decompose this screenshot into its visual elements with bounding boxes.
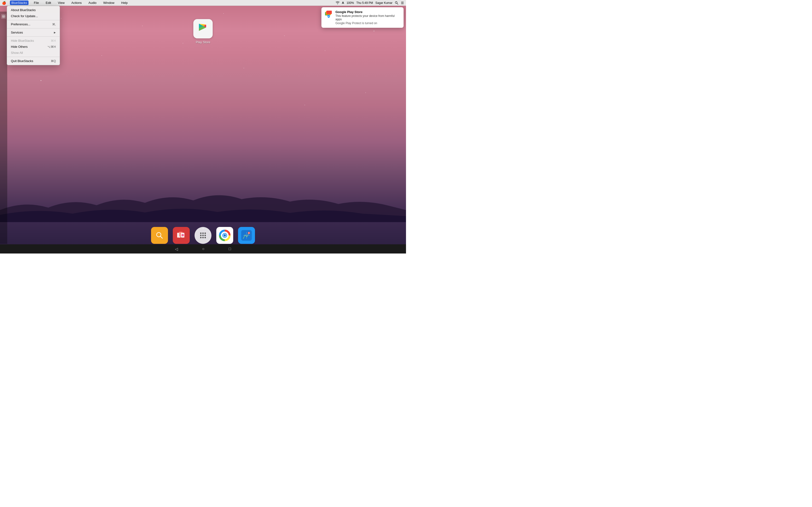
- svg-line-1: [397, 3, 398, 4]
- svg-rect-38: [326, 11, 332, 14]
- home-button[interactable]: ○: [202, 247, 204, 251]
- recents-button[interactable]: □: [229, 247, 231, 251]
- actions-menu[interactable]: Actions: [70, 0, 83, 5]
- dock-photos-icon[interactable]: [173, 227, 190, 244]
- view-menu[interactable]: View: [56, 0, 66, 5]
- file-menu[interactable]: File: [33, 0, 40, 5]
- quit-bluestacks[interactable]: Quit BlueStacks ⌘Q: [7, 58, 60, 64]
- play-store-logo: [197, 23, 209, 35]
- show-all: Show All: [7, 50, 60, 56]
- google-play-notification[interactable]: Google Play Store This feature protects …: [321, 7, 404, 28]
- username: Sagar Kumar: [375, 1, 393, 5]
- android-screen: Play Store ⌃: [0, 6, 406, 253]
- play-store-icon-box: [193, 19, 213, 38]
- menubar: 🍎 BlueStacks File Edit View Actions Audi…: [0, 0, 406, 6]
- mountain-silhouette: [0, 186, 406, 222]
- dock: [151, 227, 255, 244]
- a-icon: A: [342, 1, 344, 5]
- edit-menu[interactable]: Edit: [44, 0, 52, 5]
- preferences[interactable]: Preferences... ⌘,: [7, 21, 60, 27]
- svg-point-32: [248, 232, 249, 233]
- menu-sep-4: [7, 57, 60, 57]
- battery-indicator: 100%: [347, 1, 354, 5]
- bluestacks-menu[interactable]: BlueStacks: [10, 0, 29, 5]
- notification-sub: Google Play Protect is turned on: [336, 21, 401, 25]
- notification-body: This feature protects your device from h…: [336, 14, 401, 21]
- svg-point-29: [223, 234, 226, 237]
- svg-point-24: [202, 237, 204, 238]
- back-button[interactable]: ◁: [175, 247, 178, 251]
- dock-chrome-icon[interactable]: [216, 227, 233, 244]
- svg-point-20: [200, 235, 202, 236]
- svg-marker-6: [3, 16, 5, 17]
- datetime: Thu 5:49 PM: [356, 1, 373, 5]
- window-menu[interactable]: Window: [102, 0, 116, 5]
- left-sidebar: [0, 12, 7, 244]
- bluestacks-dropdown: About BlueStacks Check for Update... Pre…: [7, 6, 60, 65]
- audio-menu[interactable]: Audio: [87, 0, 98, 5]
- search-icon[interactable]: [395, 1, 398, 5]
- check-for-update[interactable]: Check for Update...: [7, 13, 60, 19]
- play-store-label: Play Store: [196, 40, 210, 44]
- hide-others[interactable]: Hide Others ⌥⌘H: [7, 44, 60, 50]
- services[interactable]: Services ▶: [7, 30, 60, 36]
- left-icon-1[interactable]: [1, 14, 6, 19]
- about-bluestacks[interactable]: About BlueStacks: [7, 7, 60, 13]
- play-store-app[interactable]: Play Store: [193, 19, 213, 44]
- svg-point-17: [200, 232, 202, 234]
- navigation-bar: ◁ ○ □: [0, 244, 406, 253]
- svg-point-25: [204, 237, 206, 238]
- menubar-left: 🍎 BlueStacks File Edit View Actions Audi…: [2, 0, 129, 5]
- svg-point-0: [395, 1, 397, 3]
- svg-point-23: [200, 237, 202, 238]
- wifi-icon: [336, 1, 340, 4]
- svg-line-12: [160, 236, 162, 238]
- svg-point-22: [204, 235, 206, 236]
- help-menu[interactable]: Help: [120, 0, 129, 5]
- list-icon[interactable]: [401, 1, 404, 5]
- menubar-right: A 100% Thu 5:49 PM Sagar Kumar: [336, 1, 404, 5]
- svg-point-19: [204, 232, 206, 234]
- svg-point-21: [202, 235, 204, 236]
- svg-point-18: [202, 232, 204, 234]
- menu-sep-2: [7, 28, 60, 29]
- dock-maps-icon[interactable]: [238, 227, 255, 244]
- notification-content: Google Play Store This feature protects …: [336, 10, 401, 25]
- dock-apps-icon[interactable]: [195, 227, 211, 244]
- svg-point-16: [182, 234, 184, 236]
- dock-search-icon[interactable]: [151, 227, 168, 244]
- notification-icon: [324, 10, 333, 19]
- notification-title: Google Play Store: [336, 10, 401, 14]
- hide-bluestacks: Hide BlueStacks ⌘H: [7, 38, 60, 44]
- apple-logo[interactable]: 🍎: [2, 1, 6, 5]
